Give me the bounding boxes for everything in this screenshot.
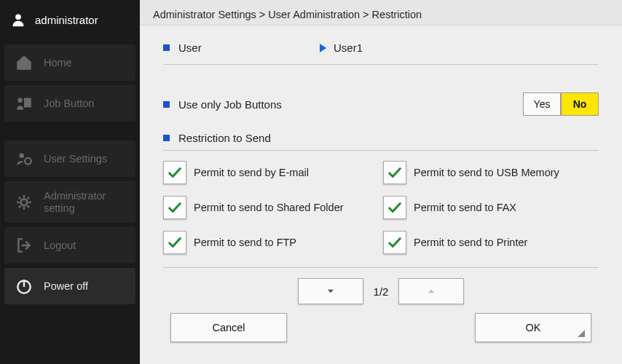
permit-fax: Permit to send to FAX (383, 196, 599, 219)
sidebar-item-label: Administrator setting (44, 190, 125, 214)
sidebar-item-logout[interactable]: Logout (4, 227, 135, 264)
permit-usb: Permit to send to USB Memory (383, 161, 599, 184)
user-label: User (178, 41, 202, 54)
user-row: User User1 (163, 36, 599, 65)
sidebar-item-power-off[interactable]: Power off (4, 268, 135, 304)
permit-label: Permit to send by E-mail (194, 167, 309, 178)
check-icon (387, 234, 403, 250)
sidebar-item-label: Power off (44, 280, 88, 292)
cancel-button[interactable]: Cancel (170, 313, 287, 342)
power-icon (15, 277, 34, 296)
checkbox-ftp[interactable] (163, 231, 186, 254)
breadcrumb: Administrator Settings > User Administra… (140, 0, 622, 25)
svg-point-4 (25, 158, 31, 165)
sidebar-user: administrator (0, 0, 140, 42)
check-icon (387, 199, 403, 215)
chevron-down-icon (326, 286, 336, 296)
yes-no-group: Yes No (523, 92, 599, 116)
sidebar-item-label: User Settings (44, 153, 107, 165)
home-icon (15, 53, 34, 72)
svg-point-0 (15, 14, 21, 20)
permit-label: Permit to send to FAX (414, 202, 516, 213)
check-icon (167, 234, 183, 250)
restriction-header: Restriction to Send (163, 132, 599, 151)
logout-icon (15, 236, 34, 255)
checkbox-email[interactable] (163, 161, 186, 184)
sidebar-item-job-button[interactable]: Job Button (4, 85, 135, 122)
permit-label: Permit to send to Printer (414, 237, 527, 248)
page-up-button[interactable] (398, 278, 464, 304)
pager: 1/2 (163, 268, 599, 309)
svg-point-3 (20, 153, 25, 158)
sidebar-item-label: Job Button (44, 98, 94, 109)
user-icon (10, 12, 26, 28)
svg-rect-1 (22, 64, 27, 70)
user-settings-icon (15, 149, 34, 168)
sidebar-item-user-settings[interactable]: User Settings (4, 141, 135, 177)
checkbox-printer[interactable] (383, 231, 406, 254)
permits-grid: Permit to send by E-mail Permit to send … (163, 151, 599, 268)
sidebar: administrator Home Job Button User Setti… (0, 0, 140, 364)
page-index: 1/2 (374, 285, 389, 298)
check-icon (167, 165, 183, 181)
permit-label: Permit to send to FTP (194, 237, 296, 248)
checkbox-usb[interactable] (383, 161, 406, 184)
job-buttons-row: Use only Job Buttons Yes No (163, 87, 599, 122)
sidebar-item-home[interactable]: Home (4, 44, 135, 81)
permit-shared-folder: Permit to send to Shared Folder (163, 196, 379, 219)
user-value: User1 (334, 41, 363, 54)
job-buttons-label: Use only Job Buttons (178, 98, 282, 111)
sidebar-item-label: Home (44, 57, 72, 68)
checkbox-fax[interactable] (383, 196, 406, 219)
svg-point-2 (17, 98, 22, 103)
square-bullet-icon (163, 135, 170, 141)
page-down-button[interactable] (298, 278, 363, 304)
sidebar-user-label: administrator (35, 14, 98, 26)
user-value-group: User1 (320, 41, 363, 54)
permit-label: Permit to send to Shared Folder (194, 202, 344, 213)
triangle-bullet-icon (320, 44, 326, 52)
content: User User1 Use only Job Buttons Yes No R… (140, 25, 622, 364)
svg-point-5 (21, 199, 28, 205)
chevron-up-icon (426, 286, 436, 296)
restriction-header-label: Restriction to Send (178, 132, 271, 144)
sidebar-item-administrator-setting[interactable]: Administrator setting (4, 181, 135, 223)
gear-icon (15, 193, 34, 212)
permit-label: Permit to send to USB Memory (414, 167, 559, 178)
no-button[interactable]: No (561, 92, 599, 116)
permit-printer: Permit to send to Printer (383, 231, 599, 254)
square-bullet-icon (163, 101, 170, 108)
checkbox-shared[interactable] (163, 196, 186, 219)
main-panel: Administrator Settings > User Administra… (140, 0, 622, 364)
check-icon (167, 199, 183, 215)
permit-ftp: Permit to send to FTP (163, 231, 379, 254)
square-bullet-icon (163, 44, 170, 51)
sidebar-item-label: Logout (44, 240, 76, 251)
job-button-icon (15, 94, 34, 113)
footer-buttons: Cancel OK (163, 309, 599, 352)
yes-button[interactable]: Yes (523, 92, 561, 116)
ok-button[interactable]: OK (475, 313, 591, 342)
permit-email: Permit to send by E-mail (163, 161, 379, 184)
check-icon (387, 165, 403, 181)
